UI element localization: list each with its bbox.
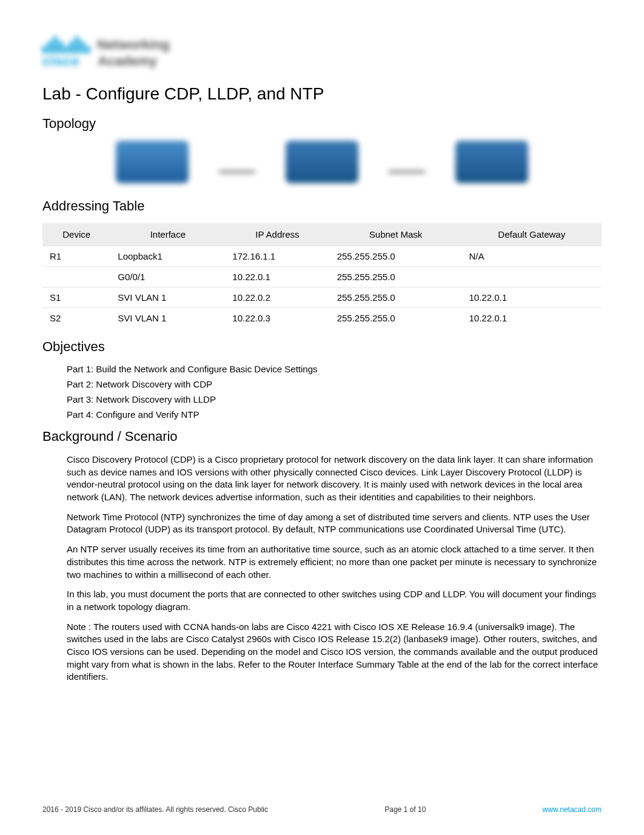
page-footer: 2016 - 2019 Cisco and/or its affiliates.… bbox=[42, 805, 602, 814]
col-interface: Interface bbox=[110, 223, 225, 246]
cell-device: S1 bbox=[42, 287, 110, 308]
cell-ip: 10.22.0.3 bbox=[225, 308, 329, 329]
objectives-list: Part 1: Build the Network and Configure … bbox=[42, 364, 602, 420]
cell-device: R1 bbox=[42, 246, 110, 267]
cell-gateway: 10.22.0.1 bbox=[462, 287, 602, 308]
cell-mask: 255.255.255.0 bbox=[330, 287, 462, 308]
col-gateway: Default Gateway bbox=[462, 223, 602, 246]
cell-ip: 10.22.0.2 bbox=[225, 287, 329, 308]
cell-ip: 172.16.1.1 bbox=[225, 246, 329, 267]
list-item: Part 3: Network Discovery with LLDP bbox=[67, 394, 602, 404]
bg-para: Cisco Discovery Protocol (CDP) is a Cisc… bbox=[42, 454, 602, 504]
cell-interface: SVI VLAN 1 bbox=[110, 287, 225, 308]
logo-networking: Networking bbox=[97, 37, 170, 53]
col-device: Device bbox=[42, 223, 110, 246]
cell-interface: G0/0/1 bbox=[110, 267, 225, 287]
logo-cisco: cisco bbox=[42, 53, 79, 69]
footer-link[interactable]: www.netacad.com bbox=[543, 805, 602, 814]
cisco-bars-icon bbox=[42, 36, 90, 53]
cell-gateway: 10.22.0.1 bbox=[462, 308, 602, 329]
bg-para: Note : The routers used with CCNA hands-… bbox=[42, 621, 602, 683]
cell-device bbox=[42, 267, 110, 287]
list-item: Part 4: Configure and Verify NTP bbox=[67, 409, 602, 420]
link-line bbox=[219, 171, 255, 173]
cell-ip: 10.22.0.1 bbox=[225, 267, 329, 287]
col-mask: Subnet Mask bbox=[330, 223, 462, 246]
footer-page: Page 1 of 10 bbox=[384, 805, 426, 814]
footer-copyright: 2016 - 2019 Cisco and/or its affiliates.… bbox=[42, 805, 268, 814]
cell-mask: 255.255.255.0 bbox=[330, 246, 462, 267]
table-row: S1 SVI VLAN 1 10.22.0.2 255.255.255.0 10… bbox=[42, 287, 602, 308]
list-item: Part 2: Network Discovery with CDP bbox=[67, 379, 602, 389]
logo-academy: Academy bbox=[98, 53, 157, 69]
col-ip: IP Address bbox=[225, 223, 329, 246]
table-row: S2 SVI VLAN 1 10.22.0.3 255.255.255.0 10… bbox=[42, 308, 602, 329]
section-objectives: Objectives bbox=[42, 339, 602, 355]
cell-interface: Loopback1 bbox=[110, 246, 225, 267]
topology-diagram bbox=[42, 141, 602, 183]
bg-para: An NTP server usually receives its time … bbox=[42, 543, 602, 581]
list-item: Part 1: Build the Network and Configure … bbox=[67, 364, 602, 374]
table-row: G0/0/1 10.22.0.1 255.255.255.0 bbox=[42, 267, 602, 287]
table-row: R1 Loopback1 172.16.1.1 255.255.255.0 N/… bbox=[42, 246, 602, 267]
router-icon bbox=[116, 141, 189, 183]
switch-icon bbox=[286, 141, 358, 183]
cell-gateway bbox=[462, 267, 602, 287]
lab-title: Lab - Configure CDP, LLDP, and NTP bbox=[42, 84, 602, 104]
cell-gateway: N/A bbox=[462, 246, 602, 267]
bg-para: Network Time Protocol (NTP) synchronizes… bbox=[42, 511, 602, 536]
switch-icon bbox=[455, 141, 528, 183]
cell-mask: 255.255.255.0 bbox=[330, 308, 462, 329]
cisco-logo-block: Networking cisco Academy bbox=[42, 36, 602, 69]
addressing-table: Device Interface IP Address Subnet Mask … bbox=[42, 223, 602, 328]
link-line bbox=[389, 171, 425, 173]
cell-device: S2 bbox=[42, 308, 110, 329]
section-background: Background / Scenario bbox=[42, 429, 602, 444]
section-addressing: Addressing Table bbox=[42, 198, 602, 214]
cell-mask: 255.255.255.0 bbox=[330, 267, 462, 287]
cell-interface: SVI VLAN 1 bbox=[110, 308, 225, 329]
bg-para: In this lab, you must document the ports… bbox=[42, 588, 602, 613]
section-topology: Topology bbox=[42, 116, 602, 132]
